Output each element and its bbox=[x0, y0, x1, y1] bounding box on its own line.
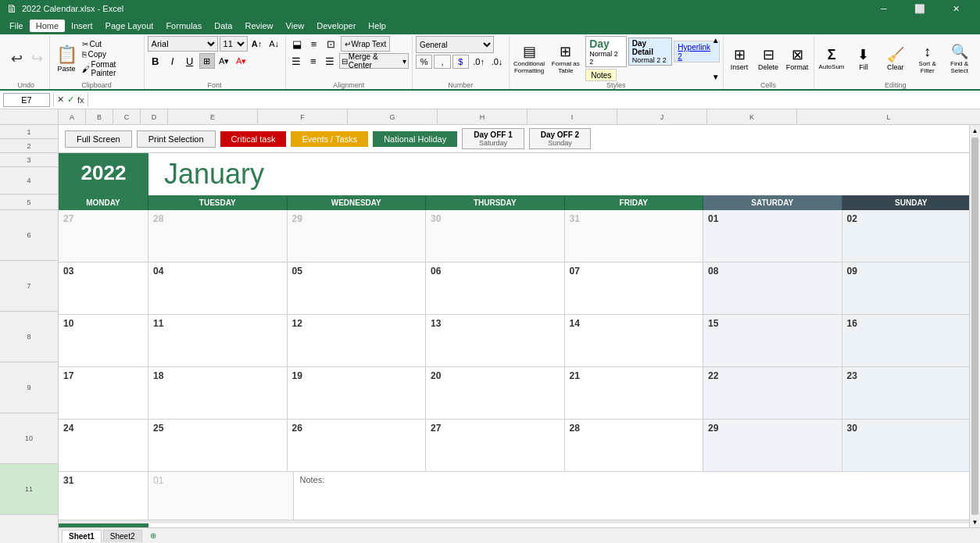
styles-scroll-down[interactable]: ▼ bbox=[712, 73, 720, 81]
increase-decimal-btn[interactable]: .0↑ bbox=[470, 55, 487, 69]
styles-scroll-up[interactable]: ▲ bbox=[712, 36, 720, 45]
cell-jan02[interactable]: 02 bbox=[842, 210, 981, 262]
italic-btn[interactable]: I bbox=[165, 53, 181, 69]
format-cells-btn[interactable]: ⊠ Format bbox=[785, 46, 810, 71]
wrap-text-btn[interactable]: ↵ Wrap Text bbox=[341, 36, 391, 52]
cell-jan30[interactable]: 30 bbox=[842, 420, 981, 471]
cell-jan26[interactable]: 26 bbox=[288, 420, 427, 471]
decrease-decimal-btn[interactable]: .0↓ bbox=[488, 55, 505, 69]
print-selection-btn[interactable]: Print Selection bbox=[137, 130, 216, 148]
cell-dec27[interactable]: 27 bbox=[59, 210, 148, 262]
formula-fx-btn[interactable]: fx bbox=[77, 95, 84, 105]
cell-jan13[interactable]: 13 bbox=[426, 315, 565, 366]
cell-jan21[interactable]: 21 bbox=[565, 367, 704, 419]
merge-center-btn[interactable]: ⊟ Merge & Center ▾ bbox=[339, 53, 409, 69]
add-sheet-btn[interactable]: ⊕ bbox=[144, 530, 163, 541]
cell-jan18[interactable]: 18 bbox=[148, 367, 288, 419]
align-top-right-btn[interactable]: ⊡ bbox=[324, 36, 339, 52]
cell-dec30[interactable]: 30 bbox=[426, 210, 565, 262]
cell-jan07[interactable]: 07 bbox=[565, 263, 704, 314]
cell-jan01[interactable]: 01 bbox=[703, 210, 842, 262]
menu-data[interactable]: Data bbox=[208, 20, 238, 32]
menu-insert[interactable]: Insert bbox=[65, 20, 99, 32]
paste-btn[interactable]: 📋 Paste bbox=[53, 43, 80, 74]
cell-jan19[interactable]: 19 bbox=[288, 367, 427, 419]
clear-btn[interactable]: 🧹 Clear bbox=[881, 46, 910, 71]
minimize-btn[interactable]: ─ bbox=[866, 0, 902, 17]
format-painter-btn[interactable]: 🖌 Format Painter bbox=[82, 60, 141, 77]
cell-jan17[interactable]: 17 bbox=[59, 367, 148, 419]
autosum-btn[interactable]: Σ AutoSum bbox=[817, 47, 846, 70]
cell-jan25[interactable]: 25 bbox=[148, 420, 288, 471]
cut-btn[interactable]: ✂ Cut bbox=[82, 40, 141, 48]
border-btn[interactable]: ⊞ bbox=[199, 53, 215, 69]
cell-dec29[interactable]: 29 bbox=[288, 210, 427, 262]
align-left-btn[interactable]: ☰ bbox=[289, 53, 304, 69]
formula-input[interactable] bbox=[91, 95, 977, 105]
cell-feb01-prev[interactable]: 01 bbox=[148, 472, 294, 520]
formula-cancel-btn[interactable]: ✕ bbox=[57, 95, 64, 105]
cell-jan04[interactable]: 04 bbox=[148, 263, 288, 314]
cell-jan29[interactable]: 29 bbox=[703, 420, 842, 471]
restore-btn[interactable]: ⬜ bbox=[902, 0, 938, 17]
redo-btn[interactable]: ↪ bbox=[29, 48, 45, 70]
scroll-thumb[interactable] bbox=[971, 138, 978, 515]
cell-jan11[interactable]: 11 bbox=[148, 315, 288, 366]
conditional-formatting-btn[interactable]: ▤ Conditional Formatting bbox=[513, 43, 546, 74]
scroll-up-btn[interactable]: ▲ bbox=[970, 125, 980, 136]
cell-jan24[interactable]: 24 bbox=[59, 420, 148, 471]
comma-btn[interactable]: , bbox=[434, 55, 450, 69]
cell-jan06[interactable]: 06 bbox=[426, 263, 565, 314]
menu-home[interactable]: Home bbox=[30, 20, 65, 32]
cell-jan12[interactable]: 12 bbox=[288, 315, 427, 366]
font-size-select[interactable]: 11 bbox=[220, 36, 248, 52]
menu-formulas[interactable]: Formulas bbox=[159, 20, 208, 32]
undo-btn[interactable]: ↩ bbox=[6, 48, 27, 70]
menu-view[interactable]: View bbox=[280, 20, 311, 32]
full-screen-btn[interactable]: Full Screen bbox=[65, 130, 132, 148]
cell-jan10[interactable]: 10 bbox=[59, 315, 148, 366]
calendar-scroll[interactable]: Full Screen Print Selection Critical tas… bbox=[59, 125, 980, 527]
cell-jan27[interactable]: 27 bbox=[426, 420, 565, 471]
fill-color-btn[interactable]: A▾ bbox=[216, 53, 232, 69]
format-as-table-btn[interactable]: ⊞ Format as Table bbox=[549, 43, 582, 74]
notes-style[interactable]: Notes bbox=[585, 69, 617, 81]
font-shrink-btn[interactable]: A↓ bbox=[266, 36, 282, 52]
align-right-btn[interactable]: ☰ bbox=[322, 53, 337, 69]
name-box[interactable] bbox=[3, 93, 50, 107]
cell-jan14[interactable]: 14 bbox=[565, 315, 704, 366]
font-color-btn[interactable]: A▾ bbox=[234, 53, 249, 69]
menu-file[interactable]: File bbox=[3, 20, 30, 32]
find-select-btn[interactable]: 🔍 Find & Select bbox=[945, 43, 974, 74]
align-top-center-btn[interactable]: ≡ bbox=[306, 36, 322, 52]
cell-jan15[interactable]: 15 bbox=[703, 315, 842, 366]
scroll-down-btn[interactable]: ▼ bbox=[970, 516, 980, 527]
number-format-select[interactable]: General bbox=[416, 36, 494, 53]
menu-review[interactable]: Review bbox=[238, 20, 279, 32]
fill-btn[interactable]: ⬇ Fill bbox=[849, 46, 878, 71]
menu-help[interactable]: Help bbox=[362, 20, 392, 32]
sort-filter-btn[interactable]: ↕ Sort & Filter bbox=[913, 44, 942, 74]
cell-jan16[interactable]: 16 bbox=[842, 315, 981, 366]
cell-jan05[interactable]: 05 bbox=[288, 263, 427, 314]
cell-dec28[interactable]: 28 bbox=[148, 210, 288, 262]
day-normal2-style[interactable]: Day Normal 2 2 bbox=[585, 36, 626, 67]
currency-btn[interactable]: $ bbox=[452, 55, 469, 69]
cell-jan09[interactable]: 09 bbox=[842, 263, 981, 314]
menu-page-layout[interactable]: Page Layout bbox=[99, 20, 160, 32]
menu-developer[interactable]: Developer bbox=[310, 20, 362, 32]
sheet-tab-1[interactable]: Sheet1 bbox=[62, 530, 102, 542]
sheet-tab-2[interactable]: Sheet2 bbox=[103, 530, 142, 542]
cell-jan22[interactable]: 22 bbox=[703, 367, 842, 419]
bold-btn[interactable]: B bbox=[148, 53, 163, 69]
font-grow-btn[interactable]: A↑ bbox=[249, 36, 265, 52]
underline-btn[interactable]: U bbox=[182, 53, 198, 69]
cell-jan28[interactable]: 28 bbox=[565, 420, 704, 471]
cell-jan08[interactable]: 08 bbox=[703, 263, 842, 314]
day-detail-style[interactable]: Day Detail Normal 2 2 bbox=[628, 38, 673, 66]
insert-cells-btn[interactable]: ⊞ Insert bbox=[727, 46, 753, 71]
align-center-btn[interactable]: ≡ bbox=[306, 53, 320, 69]
close-btn[interactable]: ✕ bbox=[938, 0, 974, 17]
cell-jan20[interactable]: 20 bbox=[426, 367, 565, 419]
v-scrollbar[interactable]: ▲ ▼ bbox=[969, 125, 980, 527]
